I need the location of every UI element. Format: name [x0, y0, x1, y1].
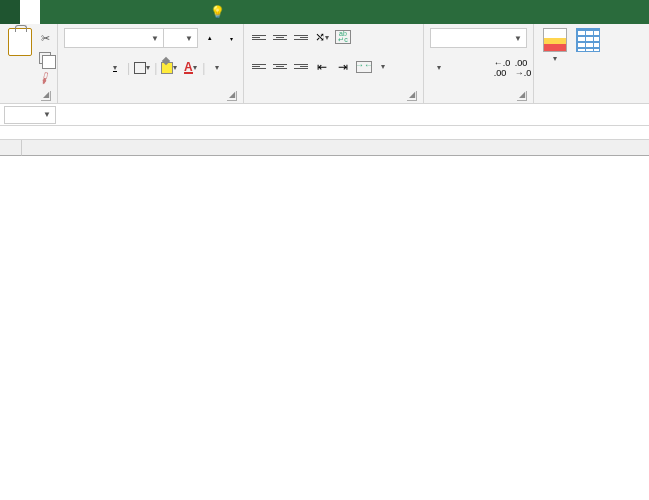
orientation-button[interactable]: ⤭▾ [313, 28, 331, 46]
fill-icon [161, 62, 173, 74]
tab-view[interactable] [140, 0, 160, 24]
tab-insert[interactable] [40, 0, 60, 24]
align-center-button[interactable] [271, 58, 289, 76]
tab-file[interactable] [0, 0, 20, 24]
chevron-down-icon: ▼ [514, 34, 522, 43]
font-color-icon: A [184, 62, 193, 74]
align-bottom-button[interactable] [292, 28, 310, 46]
indent-inc-button[interactable]: ⇥ [334, 58, 352, 76]
grow-font-button[interactable]: ▴ [201, 29, 219, 47]
tab-layout[interactable] [60, 0, 80, 24]
paste-button[interactable] [6, 28, 34, 56]
chevron-down-icon: ▼ [43, 110, 51, 119]
align-launcher[interactable]: ◢ [407, 91, 417, 101]
align-middle-button[interactable] [271, 28, 289, 46]
shrink-font-button[interactable]: ▾ [222, 29, 240, 47]
font-size-select[interactable]: ▼ [164, 28, 198, 48]
table-format-icon [576, 28, 600, 52]
formula-bar[interactable] [120, 106, 649, 124]
tab-tell[interactable]: 💡 [200, 0, 239, 24]
wrap-icon: ab↵c [335, 30, 351, 44]
tab-data[interactable] [100, 0, 120, 24]
decrease-decimal-button[interactable]: .00→.0 [514, 59, 532, 77]
font-name-select[interactable]: ▼ [64, 28, 164, 48]
bold-button[interactable] [64, 59, 82, 77]
wrap-text-button[interactable]: ab↵c [334, 28, 352, 46]
currency-button[interactable]: ▾ [430, 59, 448, 77]
border-button[interactable]: ▾ [133, 59, 151, 77]
clipboard-launcher[interactable]: ◢ [41, 91, 51, 101]
tab-help[interactable] [160, 0, 180, 24]
number-format-select[interactable]: ▼ [430, 28, 527, 48]
clipboard-icon [8, 28, 32, 56]
bulb-icon: 💡 [210, 5, 225, 19]
tab-formula[interactable] [80, 0, 100, 24]
align-left-button[interactable] [250, 58, 268, 76]
border-icon [134, 62, 146, 74]
select-all-corner[interactable] [0, 140, 22, 156]
copy-button[interactable] [37, 50, 53, 66]
format-painter-button[interactable]: 🖌 [34, 67, 56, 89]
increase-decimal-button[interactable]: ←.0.00 [493, 59, 511, 77]
conditional-format-icon [543, 28, 567, 52]
tab-home[interactable] [20, 0, 40, 24]
name-box[interactable]: ▼ [4, 106, 56, 124]
chevron-down-icon: ▼ [185, 34, 193, 43]
italic-button[interactable] [85, 59, 103, 77]
cut-button[interactable]: ✂ [37, 30, 53, 46]
align-right-button[interactable] [292, 58, 310, 76]
tab-review[interactable] [120, 0, 140, 24]
font-launcher[interactable]: ◢ [227, 91, 237, 101]
chevron-down-icon: ▼ [151, 34, 159, 43]
merge-button[interactable] [355, 58, 373, 76]
percent-button[interactable] [451, 59, 469, 77]
phonetic-button[interactable]: ▾ [208, 59, 226, 77]
format-as-table-button[interactable] [573, 28, 603, 54]
indent-dec-button[interactable]: ⇤ [313, 58, 331, 76]
fill-color-button[interactable]: ▾ [160, 59, 178, 77]
tab-baidu[interactable] [180, 0, 200, 24]
number-launcher[interactable]: ◢ [517, 91, 527, 101]
copy-icon [39, 52, 51, 64]
conditional-format-button[interactable]: ▾ [540, 28, 570, 63]
comma-button[interactable] [472, 59, 490, 77]
align-top-button[interactable] [250, 28, 268, 46]
merge-icon [356, 61, 372, 73]
font-color-button[interactable]: A ▾ [181, 59, 199, 77]
underline-button[interactable]: ▾ [106, 59, 124, 77]
